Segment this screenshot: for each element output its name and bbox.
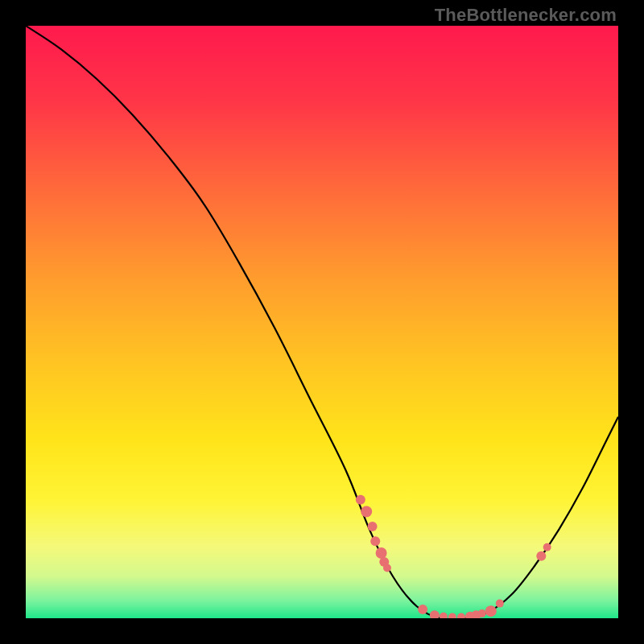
data-marker <box>376 547 387 559</box>
data-marker <box>361 506 372 518</box>
data-marker <box>485 605 497 617</box>
gradient-background <box>26 26 618 618</box>
chart-svg <box>26 26 618 618</box>
data-marker <box>478 609 486 617</box>
chart-container: TheBottlenecker.com <box>0 0 644 644</box>
plot-area <box>26 26 618 618</box>
data-marker <box>543 543 551 551</box>
data-marker <box>418 605 427 614</box>
data-marker <box>496 600 504 608</box>
data-marker <box>356 495 365 505</box>
data-marker <box>368 522 378 531</box>
data-marker <box>536 551 546 561</box>
attribution-text: TheBottlenecker.com <box>435 5 617 26</box>
data-marker <box>370 536 380 546</box>
data-marker <box>383 564 391 572</box>
